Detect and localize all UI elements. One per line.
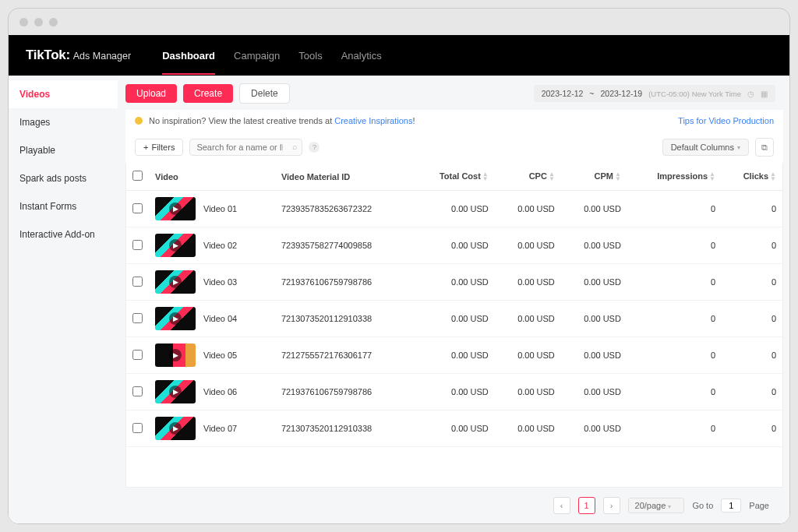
sidebar-item-videos[interactable]: Videos xyxy=(9,80,118,108)
video-thumbnail[interactable] xyxy=(155,344,196,367)
col-video[interactable]: Video xyxy=(149,163,275,191)
page-size-select[interactable]: 20/page ▾ xyxy=(628,498,685,513)
material-id: 7213073520112910338 xyxy=(275,301,413,337)
window-dot xyxy=(49,18,58,26)
video-thumbnail[interactable] xyxy=(155,417,196,440)
download-button[interactable]: ⧉ xyxy=(755,138,774,157)
filters-button[interactable]: + Filters xyxy=(135,139,183,156)
row-checkbox[interactable] xyxy=(132,203,143,213)
toolbar: Upload Create Delete 2023-12-12 ~ 2023-1… xyxy=(118,76,783,110)
video-name: Video 07 xyxy=(203,424,237,433)
video-thumbnail[interactable] xyxy=(155,270,196,294)
cpc: 0.00 USD xyxy=(495,227,561,264)
date-from: 2023-12-12 xyxy=(542,89,584,98)
row-checkbox[interactable] xyxy=(132,423,143,433)
sort-icon: ▲▼ xyxy=(549,172,555,181)
clicks: 0 xyxy=(722,410,782,447)
main: Upload Create Delete 2023-12-12 ~ 2023-1… xyxy=(118,76,789,523)
clicks: 0 xyxy=(722,337,782,374)
sidebar-item-interactive-add-on[interactable]: Interactive Add-on xyxy=(9,220,118,248)
clicks: 0 xyxy=(722,374,782,410)
col-clicks[interactable]: Clicks▲▼ xyxy=(722,163,782,191)
table-row[interactable]: Video 0172393578352636723220.00 USD0.00 … xyxy=(126,191,782,227)
nav-item-campaign[interactable]: Campaign xyxy=(234,37,280,75)
nav-item-tools[interactable]: Tools xyxy=(298,37,322,75)
window-dot xyxy=(19,18,28,26)
sidebar-item-playable[interactable]: Playable xyxy=(9,136,118,164)
page-number-button[interactable]: 1 xyxy=(578,497,595,514)
date-range-picker[interactable]: 2023-12-12 ~ 2023-12-19 (UTC-05:00) New … xyxy=(534,85,775,102)
videos-table: Video Video Material ID Total Cost▲▼ CPC… xyxy=(126,163,782,447)
table-row[interactable]: Video 0372193761067597987860.00 USD0.00 … xyxy=(126,264,782,301)
cpc: 0.00 USD xyxy=(495,410,561,447)
next-page-button[interactable]: › xyxy=(603,497,620,514)
search-box: ⌕ xyxy=(189,139,302,156)
page-label: Page xyxy=(749,501,769,510)
table-row[interactable]: Video 0272393575827740098580.00 USD0.00 … xyxy=(126,227,782,264)
sort-icon: ▲▼ xyxy=(482,172,489,181)
sidebar-item-spark-ads-posts[interactable]: Spark ads posts xyxy=(9,164,118,192)
creative-inspirations-link[interactable]: Creative Inspirations xyxy=(334,116,412,125)
nav-item-dashboard[interactable]: Dashboard xyxy=(162,37,215,75)
goto-label: Go to xyxy=(692,501,713,510)
cpc: 0.00 USD xyxy=(495,191,561,227)
tips-link[interactable]: Tips for Video Production xyxy=(678,116,774,125)
impressions: 0 xyxy=(627,374,722,410)
search-input[interactable] xyxy=(189,139,302,156)
brand: TikTok: Ads Manager xyxy=(26,48,131,63)
material-id: 7239357582774009858 xyxy=(275,227,413,264)
search-icon: ⌕ xyxy=(292,142,298,151)
create-button[interactable]: Create xyxy=(183,84,233,103)
select-all-checkbox[interactable] xyxy=(132,171,143,181)
table-row[interactable]: Video 0472130735201129103380.00 USD0.00 … xyxy=(126,301,782,337)
cost: 0.00 USD xyxy=(412,191,494,227)
video-name: Video 06 xyxy=(203,387,237,396)
prev-page-button[interactable]: ‹ xyxy=(553,497,570,514)
cpc: 0.00 USD xyxy=(495,337,561,374)
help-icon[interactable]: ? xyxy=(309,142,320,153)
notice-dot-icon xyxy=(135,117,143,125)
table-row[interactable]: Video 0572127555721763061770.00 USD0.00 … xyxy=(126,337,782,374)
row-checkbox[interactable] xyxy=(132,240,143,250)
cost: 0.00 USD xyxy=(412,374,494,410)
upload-button[interactable]: Upload xyxy=(125,84,177,103)
col-cpc[interactable]: CPC▲▼ xyxy=(495,163,561,191)
brand-main: TikTok: xyxy=(26,48,70,63)
video-thumbnail[interactable] xyxy=(155,197,196,220)
cpm: 0.00 USD xyxy=(561,337,627,374)
cost: 0.00 USD xyxy=(412,337,494,374)
chevron-down-icon: ▾ xyxy=(737,144,740,151)
sort-icon: ▲▼ xyxy=(770,172,776,181)
window-dot xyxy=(34,18,43,26)
sidebar-item-instant-forms[interactable]: Instant Forms xyxy=(9,192,118,220)
sidebar: VideosImagesPlayableSpark ads postsInsta… xyxy=(9,76,118,523)
sidebar-item-images[interactable]: Images xyxy=(9,108,118,136)
row-checkbox[interactable] xyxy=(132,313,143,323)
impressions: 0 xyxy=(627,301,722,337)
cpm: 0.00 USD xyxy=(561,191,627,227)
table-body: Video 0172393578352636723220.00 USD0.00 … xyxy=(126,191,782,447)
delete-button[interactable]: Delete xyxy=(239,83,290,104)
video-thumbnail[interactable] xyxy=(155,380,196,403)
table-row[interactable]: Video 0772130735201129103380.00 USD0.00 … xyxy=(126,410,782,447)
impressions: 0 xyxy=(627,191,722,227)
columns-select[interactable]: Default Columns ▾ xyxy=(662,139,749,156)
col-material-id[interactable]: Video Material ID xyxy=(275,163,413,191)
material-id: 7212755572176306177 xyxy=(275,337,413,374)
col-impressions[interactable]: Impressions▲▼ xyxy=(627,163,722,191)
col-cpm[interactable]: CPM▲▼ xyxy=(561,163,627,191)
goto-input[interactable] xyxy=(721,499,741,513)
video-thumbnail[interactable] xyxy=(155,307,196,330)
col-cost[interactable]: Total Cost▲▼ xyxy=(412,163,494,191)
table-row[interactable]: Video 0672193761067597987860.00 USD0.00 … xyxy=(126,374,782,410)
video-name: Video 02 xyxy=(203,241,237,250)
nav-item-analytics[interactable]: Analytics xyxy=(341,37,382,75)
row-checkbox[interactable] xyxy=(132,386,143,396)
clicks: 0 xyxy=(722,301,782,337)
cpm: 0.00 USD xyxy=(561,264,627,301)
row-checkbox[interactable] xyxy=(132,350,143,360)
row-checkbox[interactable] xyxy=(132,277,143,287)
table-wrap: Video Video Material ID Total Cost▲▼ CPC… xyxy=(125,163,783,488)
video-thumbnail[interactable] xyxy=(155,234,196,257)
filter-row: + Filters ⌕ ? Default Columns ▾ ⧉ xyxy=(125,132,783,163)
